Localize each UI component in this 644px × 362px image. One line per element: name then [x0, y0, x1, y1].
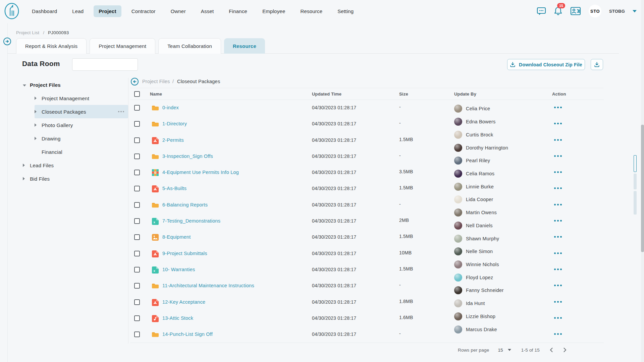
select-all-checkbox[interactable] — [134, 91, 140, 97]
row-actions-button[interactable] — [554, 123, 562, 124]
file-name-link[interactable]: 12-Key Acceptance — [162, 299, 205, 305]
row-actions-button[interactable] — [554, 220, 562, 222]
tree-item-project-management[interactable]: Project Management — [35, 92, 128, 105]
table-row[interactable]: 9-Project Submittals04/30/2023 01:28:171… — [130, 246, 604, 262]
tree-item-photo-gallery[interactable]: Photo Gallery — [35, 118, 128, 132]
file-name-link[interactable]: 2-Permits — [162, 137, 184, 143]
previous-page-button[interactable] — [549, 347, 554, 353]
account-dropdown-caret-icon[interactable] — [633, 10, 637, 12]
rows-per-page-caret-icon[interactable] — [508, 349, 511, 351]
notifications-bell-icon[interactable]: 15 — [554, 6, 562, 16]
tree-item-financial[interactable]: Financial — [35, 145, 128, 159]
tree-item-project-files[interactable]: Project Files — [16, 78, 128, 92]
nav-item-contractor[interactable]: Contractor — [131, 8, 156, 14]
row-checkbox[interactable] — [134, 170, 140, 175]
column-header-updated-time[interactable]: Updated Time — [312, 92, 341, 97]
caret-right-icon[interactable] — [35, 95, 39, 101]
row-actions-button[interactable] — [554, 107, 562, 108]
row-actions-button[interactable] — [554, 285, 562, 286]
row-checkbox[interactable] — [134, 267, 140, 273]
file-name-link[interactable]: 10- Warranties — [162, 267, 195, 272]
row-actions-button[interactable] — [554, 204, 562, 205]
table-row[interactable]: x10- Warranties04/30/2023 01:28:171.5MB — [130, 262, 604, 278]
row-actions-button[interactable] — [554, 155, 562, 157]
row-actions-button[interactable] — [554, 317, 562, 319]
row-checkbox[interactable] — [134, 105, 140, 111]
tree-item-menu-button[interactable] — [118, 111, 124, 112]
tree-item-drawing[interactable]: Drawing — [35, 132, 128, 145]
file-name-link[interactable]: 3-Inspection_Sign Offs — [162, 154, 213, 159]
file-name-link[interactable]: 8-Equipment — [162, 234, 191, 240]
column-header-size[interactable]: Size — [399, 92, 408, 97]
table-row[interactable]: 11-Architectural Maintenance Instruction… — [130, 278, 604, 294]
table-row[interactable]: 2-Permits04/30/2023 01:28:171.5MB — [130, 132, 604, 148]
tree-item-lead-files[interactable]: Lead Files — [16, 159, 128, 172]
row-actions-button[interactable] — [554, 268, 562, 270]
row-checkbox[interactable] — [134, 315, 140, 321]
user-avatar[interactable]: STO — [589, 5, 601, 17]
nav-item-finance[interactable]: Finance — [229, 8, 247, 14]
row-checkbox[interactable] — [134, 137, 140, 143]
file-name-link[interactable]: 13-Attic Stock — [162, 315, 193, 321]
table-row[interactable]: 3-Inspection_Sign Offs04/30/2023 01:28:1… — [130, 148, 604, 165]
tab-report-risk-analysis[interactable]: Report & Risk Analysis — [16, 38, 87, 54]
caret-right-icon[interactable] — [23, 176, 27, 182]
row-checkbox[interactable] — [134, 251, 140, 256]
table-row[interactable]: 13-Attic Stock04/30/2023 01:28:171.6MB — [130, 310, 604, 326]
table-row[interactable]: 0-index04/30/2023 01:28:17- — [130, 100, 604, 116]
row-actions-button[interactable] — [554, 236, 562, 238]
row-checkbox[interactable] — [134, 202, 140, 208]
file-name-link[interactable]: 9-Project Submittals — [162, 251, 207, 256]
folder-breadcrumb-parent[interactable]: Project Files — [142, 79, 170, 84]
download-closeout-zip-button[interactable]: Download Closeout Zip File — [507, 59, 585, 70]
row-actions-button[interactable] — [554, 333, 562, 335]
column-header-name[interactable]: Name — [150, 92, 162, 97]
expand-panel-button[interactable] — [3, 38, 11, 45]
row-checkbox[interactable] — [134, 186, 140, 191]
file-name-link[interactable]: 5-As-Builts — [162, 186, 186, 191]
row-checkbox[interactable] — [134, 234, 140, 240]
nav-item-employee[interactable]: Employee — [262, 8, 285, 14]
company-logo-icon[interactable] — [4, 2, 19, 20]
row-actions-button[interactable] — [554, 139, 562, 141]
table-row[interactable]: 4-Equipment Use Permits Info Log04/30/20… — [130, 165, 604, 181]
tab-project-management[interactable]: Project Management — [90, 38, 155, 54]
scroll-indicator[interactable] — [634, 174, 637, 189]
nav-item-setting[interactable]: Setting — [337, 8, 354, 14]
row-checkbox[interactable] — [134, 283, 140, 289]
table-row[interactable]: 6-Balancing Reports04/30/2023 01:28:17- — [130, 197, 604, 213]
breadcrumb-parent[interactable]: Project List — [16, 30, 39, 35]
download-icon-button[interactable] — [591, 59, 603, 70]
caret-right-icon[interactable] — [23, 162, 27, 168]
row-checkbox[interactable] — [134, 154, 140, 159]
table-row[interactable]: 12-Key Acceptance04/30/2023 01:28:171.8M… — [130, 294, 604, 310]
nav-item-owner[interactable]: Owner — [171, 8, 186, 14]
row-checkbox[interactable] — [134, 121, 140, 127]
nav-item-dashboard[interactable]: Dashboard — [32, 8, 57, 14]
column-header-update-by[interactable]: Update By — [454, 92, 476, 97]
next-page-button[interactable] — [562, 347, 567, 353]
back-button[interactable] — [131, 78, 139, 85]
scroll-indicator[interactable] — [634, 191, 637, 215]
table-row[interactable]: 1-Directory04/30/2023 01:28:17- — [130, 116, 604, 132]
file-name-link[interactable]: 1-Directory — [162, 121, 187, 126]
file-name-link[interactable]: 4-Equipment Use Permits Info Log — [162, 170, 239, 175]
search-input[interactable] — [72, 62, 140, 67]
caret-down-icon[interactable] — [23, 82, 27, 88]
row-checkbox[interactable] — [134, 331, 140, 337]
table-row[interactable]: 5-As-Builts04/30/2023 01:28:171.5MB — [130, 181, 604, 197]
rows-per-page-value[interactable]: 15 — [498, 348, 503, 353]
scroll-indicator-active[interactable] — [634, 155, 637, 172]
file-name-link[interactable]: 0-index — [162, 105, 179, 110]
page-scrollbar-thumb[interactable] — [641, 125, 644, 252]
nav-item-lead[interactable]: Lead — [72, 8, 84, 14]
caret-right-icon[interactable] — [35, 122, 39, 128]
row-actions-button[interactable] — [554, 187, 562, 189]
tree-item-closeout-packages[interactable]: Closeout Packages — [35, 105, 128, 118]
row-actions-button[interactable] — [554, 252, 562, 254]
messages-icon[interactable] — [537, 7, 546, 15]
file-name-link[interactable]: 7-Testing_Demonstrations — [162, 218, 220, 224]
contact-card-icon[interactable] — [570, 7, 581, 15]
tree-item-bid-files[interactable]: Bid Files — [16, 172, 128, 185]
table-row[interactable]: 8-Equipment04/30/2023 01:28:171.5MB — [130, 229, 604, 245]
